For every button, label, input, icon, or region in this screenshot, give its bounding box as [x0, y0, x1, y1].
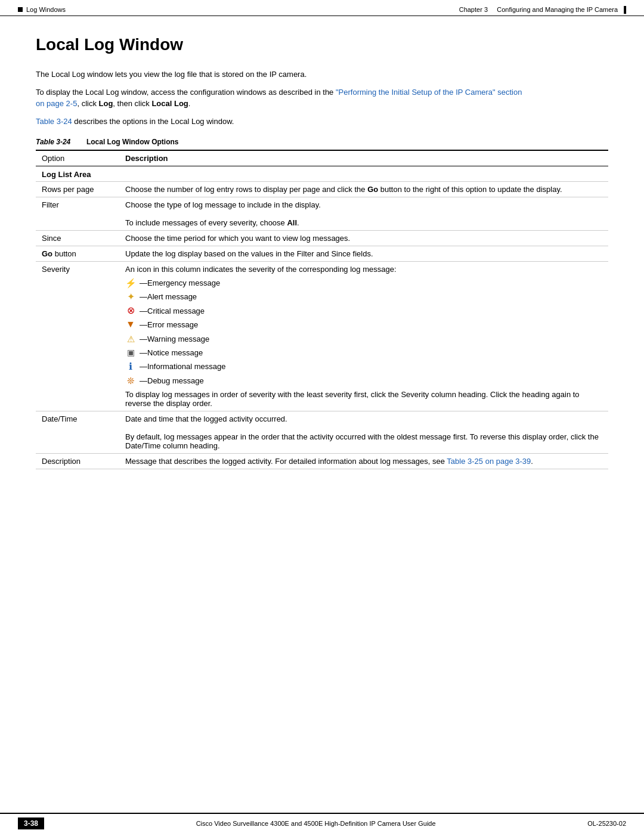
paragraph-2: To display the Local Log window, access … — [36, 86, 525, 110]
table-section-label: Log List Area — [36, 166, 608, 182]
link-table-3-24[interactable]: Table 3-24 — [36, 117, 72, 126]
alert-icon: ✦ — [125, 292, 136, 302]
table-caption: Table 3-24 Local Log Window Options — [36, 138, 608, 146]
list-item: ✦ —Alert message — [125, 290, 602, 304]
notice-icon: ▣ — [125, 348, 136, 358]
header-marker — [18, 7, 23, 12]
emergency-icon: ⚡ — [125, 278, 136, 289]
list-item: ▣ —Notice message — [125, 346, 602, 360]
table-section-row: Log List Area — [36, 166, 608, 182]
table-caption-label: Table 3-24 — [36, 138, 70, 146]
list-item: ⚡ —Emergency message — [125, 276, 602, 290]
list-item: ⊗ —Critical message — [125, 304, 602, 318]
debug-icon: ❊ — [125, 375, 136, 386]
desc-since: Choose the time period for which you wan… — [119, 231, 608, 246]
header-chapter-title: Configuring and Managing the IP Camera — [497, 6, 618, 13]
footer-page-number: 3-38 — [18, 817, 44, 829]
table-row: Description Message that describes the l… — [36, 454, 608, 469]
paragraph-1: The Local Log window lets you view the l… — [36, 69, 525, 80]
link-table-3-25[interactable]: Table 3-25 on page 3-39 — [447, 457, 531, 466]
desc-description: Message that describes the logged activi… — [119, 454, 608, 469]
header-left: Log Windows — [18, 6, 66, 13]
table-row: Filter Choose the type of log message to… — [36, 197, 608, 231]
list-item: ⚠ —Warning message — [125, 332, 602, 346]
header-section-label: Log Windows — [26, 6, 66, 13]
desc-rows-per-page: Choose the number of log entry rows to d… — [119, 182, 608, 197]
option-description: Description — [36, 454, 119, 469]
table-row: Go button Update the log display based o… — [36, 246, 608, 262]
table-header-row: Option Description — [36, 150, 608, 166]
error-icon: ▼ — [125, 320, 136, 330]
option-datetime: Date/Time — [36, 411, 119, 454]
paragraph-3: Table 3-24 describes the options in the … — [36, 116, 525, 128]
page-title: Local Log Window — [36, 35, 608, 54]
footer-right-text: OL-25230-02 — [587, 820, 626, 827]
warning-icon: ⚠ — [125, 333, 136, 344]
col-header-option: Option — [36, 150, 119, 166]
page-header: Log Windows Chapter 3 Configuring and Ma… — [0, 0, 644, 16]
table-row: Rows per page Choose the number of log e… — [36, 182, 608, 197]
info-icon: ℹ — [125, 361, 136, 372]
desc-filter: Choose the type of log message to includ… — [119, 197, 608, 231]
option-go-button: Go button — [36, 246, 119, 262]
options-table: Option Description Log List Area Rows pe… — [36, 150, 608, 469]
table-row: Date/Time Date and time that the logged … — [36, 411, 608, 454]
desc-datetime: Date and time that the logged activity o… — [119, 411, 608, 454]
option-severity: Severity — [36, 262, 119, 411]
critical-icon: ⊗ — [125, 305, 136, 316]
header-right: Chapter 3 Configuring and Managing the I… — [459, 6, 626, 13]
option-rows-per-page: Rows per page — [36, 182, 119, 197]
header-chapter: Chapter 3 — [459, 6, 488, 13]
list-item: ❊ —Debug message — [125, 374, 602, 388]
list-item: ▼ —Error message — [125, 318, 602, 332]
severity-list: ⚡ —Emergency message ✦ —Alert message ⊗ … — [125, 274, 602, 390]
col-header-description: Description — [119, 150, 608, 166]
desc-severity: An icon in this column indicates the sev… — [119, 262, 608, 411]
table-row: Severity An icon in this column indicate… — [36, 262, 608, 411]
option-since: Since — [36, 231, 119, 246]
option-filter: Filter — [36, 197, 119, 231]
desc-go-button: Update the log display based on the valu… — [119, 246, 608, 262]
footer-center-text: Cisco Video Surveillance 4300E and 4500E… — [44, 820, 587, 827]
table-caption-title: Local Log Window Options — [86, 138, 179, 146]
main-content: Local Log Window The Local Log window le… — [0, 17, 644, 505]
list-item: ℹ —Informational message — [125, 360, 602, 373]
table-row: Since Choose the time period for which y… — [36, 231, 608, 246]
page-footer: 3-38 Cisco Video Surveillance 4300E and … — [0, 813, 644, 833]
